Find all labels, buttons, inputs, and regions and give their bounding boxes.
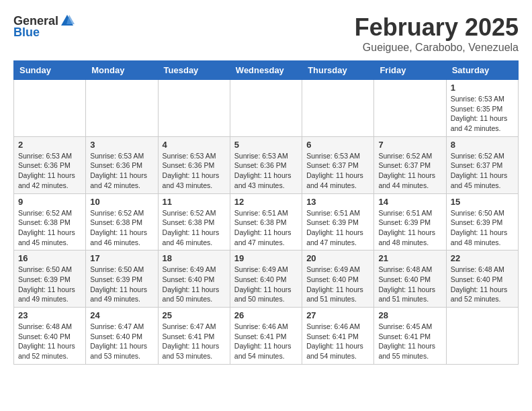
day-info: Sunrise: 6:45 AMSunset: 6:41 PMDaylight:… bbox=[378, 322, 441, 361]
daylight-text: Daylight: 11 hours and 44 minutes. bbox=[378, 171, 441, 190]
sunset-text: Sunset: 6:40 PM bbox=[234, 275, 298, 285]
calendar-cell-week2-day2: 3Sunrise: 6:53 AMSunset: 6:36 PMDaylight… bbox=[86, 136, 158, 193]
sunset-text: Sunset: 6:38 PM bbox=[90, 218, 153, 228]
day-info: Sunrise: 6:52 AMSunset: 6:38 PMDaylight:… bbox=[90, 208, 153, 248]
sunrise-text: Sunrise: 6:51 AM bbox=[378, 208, 441, 218]
daylight-text: Daylight: 11 hours and 47 minutes. bbox=[306, 228, 369, 247]
calendar-cell-week1-day1 bbox=[14, 80, 86, 137]
sunset-text: Sunset: 6:39 PM bbox=[90, 275, 153, 285]
sunrise-text: Sunrise: 6:49 AM bbox=[234, 265, 298, 275]
daylight-text: Daylight: 11 hours and 42 minutes. bbox=[18, 171, 81, 190]
calendar-cell-week3-day5: 13Sunrise: 6:51 AMSunset: 6:39 PMDayligh… bbox=[302, 193, 374, 250]
weekday-header-monday: Monday bbox=[86, 61, 158, 80]
sunset-text: Sunset: 6:41 PM bbox=[378, 332, 441, 342]
day-number: 15 bbox=[451, 197, 514, 207]
sunset-text: Sunset: 6:39 PM bbox=[378, 218, 441, 228]
calendar-cell-week4-day7: 22Sunrise: 6:48 AMSunset: 6:40 PMDayligh… bbox=[446, 250, 518, 308]
daylight-text: Daylight: 11 hours and 43 minutes. bbox=[234, 171, 298, 190]
daylight-text: Daylight: 11 hours and 46 minutes. bbox=[90, 228, 153, 247]
sunset-text: Sunset: 6:40 PM bbox=[163, 275, 226, 285]
sunset-text: Sunset: 6:38 PM bbox=[18, 218, 81, 228]
day-number: 21 bbox=[378, 253, 441, 263]
calendar-cell-week5-day4: 26Sunrise: 6:46 AMSunset: 6:41 PMDayligh… bbox=[230, 308, 302, 365]
day-number: 4 bbox=[163, 140, 226, 150]
day-info: Sunrise: 6:51 AMSunset: 6:39 PMDaylight:… bbox=[378, 208, 441, 248]
day-info: Sunrise: 6:53 AMSunset: 6:36 PMDaylight:… bbox=[18, 151, 81, 191]
weekday-header-friday: Friday bbox=[374, 61, 446, 80]
day-number: 6 bbox=[306, 140, 369, 150]
sunrise-text: Sunrise: 6:49 AM bbox=[306, 265, 369, 275]
daylight-text: Daylight: 11 hours and 45 minutes. bbox=[451, 171, 514, 190]
daylight-text: Daylight: 11 hours and 54 minutes. bbox=[306, 341, 369, 361]
day-number: 23 bbox=[18, 310, 81, 320]
sunset-text: Sunset: 6:40 PM bbox=[378, 275, 441, 285]
day-number: 7 bbox=[378, 140, 441, 150]
daylight-text: Daylight: 11 hours and 50 minutes. bbox=[163, 285, 226, 304]
sunset-text: Sunset: 6:39 PM bbox=[306, 218, 369, 228]
sunrise-text: Sunrise: 6:53 AM bbox=[306, 151, 369, 161]
day-number: 2 bbox=[18, 140, 81, 150]
calendar-cell-week2-day4: 5Sunrise: 6:53 AMSunset: 6:36 PMDaylight… bbox=[230, 136, 302, 193]
calendar-cell-week2-day3: 4Sunrise: 6:53 AMSunset: 6:36 PMDaylight… bbox=[158, 136, 230, 193]
sunset-text: Sunset: 6:38 PM bbox=[163, 218, 226, 228]
day-info: Sunrise: 6:50 AMSunset: 6:39 PMDaylight:… bbox=[90, 265, 153, 304]
sunrise-text: Sunrise: 6:50 AM bbox=[18, 265, 81, 275]
daylight-text: Daylight: 11 hours and 51 minutes. bbox=[378, 285, 441, 304]
daylight-text: Daylight: 11 hours and 50 minutes. bbox=[234, 285, 298, 304]
week-row-3: 9Sunrise: 6:52 AMSunset: 6:38 PMDaylight… bbox=[14, 193, 519, 250]
day-number: 28 bbox=[378, 310, 441, 320]
day-number: 20 bbox=[306, 253, 369, 263]
daylight-text: Daylight: 11 hours and 47 minutes. bbox=[234, 228, 298, 247]
day-info: Sunrise: 6:48 AMSunset: 6:40 PMDaylight:… bbox=[451, 265, 514, 304]
calendar-cell-week2-day7: 8Sunrise: 6:52 AMSunset: 6:37 PMDaylight… bbox=[446, 136, 518, 193]
day-number: 26 bbox=[234, 310, 298, 320]
weekday-header-sunday: Sunday bbox=[14, 61, 86, 80]
title-area: February 2025 Gueiguee, Carabobo, Venezu… bbox=[355, 13, 519, 54]
sunrise-text: Sunrise: 6:46 AM bbox=[306, 322, 369, 332]
day-number: 19 bbox=[234, 253, 298, 263]
sunrise-text: Sunrise: 6:53 AM bbox=[234, 151, 298, 161]
sunset-text: Sunset: 6:36 PM bbox=[163, 161, 226, 171]
daylight-text: Daylight: 11 hours and 49 minutes. bbox=[90, 285, 153, 304]
calendar-cell-week4-day6: 21Sunrise: 6:48 AMSunset: 6:40 PMDayligh… bbox=[374, 250, 446, 308]
sunrise-text: Sunrise: 6:51 AM bbox=[234, 208, 298, 218]
sunrise-text: Sunrise: 6:52 AM bbox=[378, 151, 441, 161]
daylight-text: Daylight: 11 hours and 46 minutes. bbox=[163, 228, 226, 247]
day-info: Sunrise: 6:50 AMSunset: 6:39 PMDaylight:… bbox=[18, 265, 81, 304]
daylight-text: Daylight: 11 hours and 52 minutes. bbox=[451, 285, 514, 304]
calendar-cell-week3-day2: 10Sunrise: 6:52 AMSunset: 6:38 PMDayligh… bbox=[86, 193, 158, 250]
day-number: 3 bbox=[90, 140, 153, 150]
calendar-cell-week3-day3: 11Sunrise: 6:52 AMSunset: 6:38 PMDayligh… bbox=[158, 193, 230, 250]
sunrise-text: Sunrise: 6:48 AM bbox=[378, 265, 441, 275]
daylight-text: Daylight: 11 hours and 45 minutes. bbox=[18, 228, 81, 247]
calendar-cell-week4-day3: 18Sunrise: 6:49 AMSunset: 6:40 PMDayligh… bbox=[158, 250, 230, 308]
calendar-cell-week5-day6: 28Sunrise: 6:45 AMSunset: 6:41 PMDayligh… bbox=[374, 308, 446, 365]
sunrise-text: Sunrise: 6:47 AM bbox=[163, 322, 226, 332]
day-info: Sunrise: 6:46 AMSunset: 6:41 PMDaylight:… bbox=[306, 322, 369, 361]
weekday-header-tuesday: Tuesday bbox=[158, 61, 230, 80]
calendar-cell-week4-day5: 20Sunrise: 6:49 AMSunset: 6:40 PMDayligh… bbox=[302, 250, 374, 308]
day-number: 9 bbox=[18, 197, 81, 207]
day-info: Sunrise: 6:51 AMSunset: 6:39 PMDaylight:… bbox=[306, 208, 369, 248]
day-info: Sunrise: 6:52 AMSunset: 6:37 PMDaylight:… bbox=[451, 151, 514, 191]
week-row-5: 23Sunrise: 6:48 AMSunset: 6:40 PMDayligh… bbox=[14, 308, 519, 365]
calendar-cell-week3-day7: 15Sunrise: 6:50 AMSunset: 6:39 PMDayligh… bbox=[446, 193, 518, 250]
sunset-text: Sunset: 6:37 PM bbox=[378, 161, 441, 171]
day-info: Sunrise: 6:53 AMSunset: 6:35 PMDaylight:… bbox=[451, 94, 514, 134]
daylight-text: Daylight: 11 hours and 48 minutes. bbox=[451, 228, 514, 247]
sunrise-text: Sunrise: 6:45 AM bbox=[378, 322, 441, 332]
daylight-text: Daylight: 11 hours and 48 minutes. bbox=[378, 228, 441, 247]
day-number: 25 bbox=[163, 310, 226, 320]
day-info: Sunrise: 6:52 AMSunset: 6:38 PMDaylight:… bbox=[18, 208, 81, 248]
daylight-text: Daylight: 11 hours and 54 minutes. bbox=[234, 341, 298, 361]
daylight-text: Daylight: 11 hours and 55 minutes. bbox=[378, 341, 441, 361]
sunrise-text: Sunrise: 6:49 AM bbox=[163, 265, 226, 275]
day-number: 1 bbox=[451, 83, 514, 93]
calendar-cell-week4-day4: 19Sunrise: 6:49 AMSunset: 6:40 PMDayligh… bbox=[230, 250, 302, 308]
daylight-text: Daylight: 11 hours and 49 minutes. bbox=[18, 285, 81, 304]
daylight-text: Daylight: 11 hours and 52 minutes. bbox=[18, 341, 81, 361]
daylight-text: Daylight: 11 hours and 43 minutes. bbox=[163, 171, 226, 190]
sunset-text: Sunset: 6:37 PM bbox=[451, 161, 514, 171]
day-info: Sunrise: 6:53 AMSunset: 6:36 PMDaylight:… bbox=[163, 151, 226, 191]
calendar-cell-week5-day3: 25Sunrise: 6:47 AMSunset: 6:41 PMDayligh… bbox=[158, 308, 230, 365]
